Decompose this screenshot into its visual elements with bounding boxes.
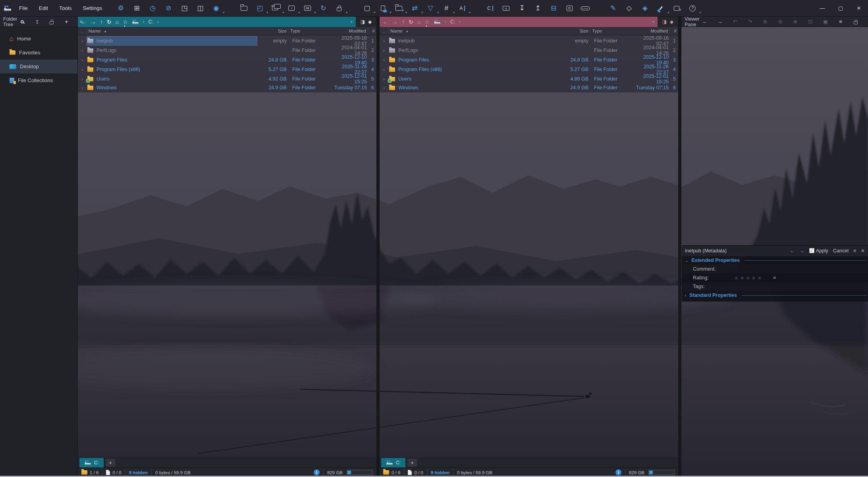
tab-drive-c[interactable]: C: <box>381 458 405 467</box>
viewer-fit-icon[interactable]: ⊡ <box>805 17 816 27</box>
move-files-icon[interactable]: ▾ <box>378 3 388 13</box>
breadcrumb-drive[interactable]: C: <box>450 19 455 25</box>
dropdown-arrow-icon[interactable]: ▾ <box>437 11 439 14</box>
file-row[interactable]: › inetpub empty File Folder 2025-09-16 0… <box>78 35 376 45</box>
rating-field[interactable]: Rating: ★★★★★ ✕ <box>682 273 868 282</box>
column-modified[interactable]: Modified <box>633 29 669 33</box>
menu-file[interactable]: File <box>19 5 28 11</box>
viewer-zoom-reset-icon[interactable]: ⊗ <box>790 17 800 27</box>
recent-window-icon[interactable]: ◷ <box>147 3 158 13</box>
forward-icon[interactable]: → <box>91 19 96 25</box>
column-size[interactable]: Size <box>257 29 288 33</box>
sidebar-item-favorites[interactable]: Favorites <box>0 46 77 60</box>
file-row[interactable]: › Users 4.92 GB File Folder 2025-12-01 1… <box>78 73 376 83</box>
drive-d-icon[interactable]: D <box>564 3 575 13</box>
menu-edit[interactable]: Edit <box>39 5 48 11</box>
breadcrumb-drive[interactable]: C: <box>149 19 153 25</box>
standard-properties-section[interactable]: › Standard Properties <box>682 291 868 300</box>
file-row[interactable]: › Program Files (x86) 5.27 GB File Folde… <box>380 64 678 73</box>
new-tab-button[interactable]: + <box>106 459 115 467</box>
back-icon[interactable]: ← <box>383 19 388 25</box>
expand-chevron-icon[interactable]: › <box>380 77 388 81</box>
dropdown-arrow-icon[interactable]: ▾ <box>314 11 316 14</box>
preview-eye-icon[interactable]: ◉▾ <box>211 3 221 13</box>
dropdown-arrow-icon[interactable]: ▾ <box>346 11 347 14</box>
label-number-icon[interactable]: #▾ <box>441 3 451 13</box>
expand-chevron-icon[interactable]: › <box>380 67 388 72</box>
tree-lock-icon[interactable] <box>46 17 57 27</box>
file-row[interactable]: › Program Files 24.8 GB File Folder 2025… <box>78 54 376 64</box>
expand-chevron-icon[interactable]: › <box>380 58 388 62</box>
view-tiles-icon[interactable]: ⊞ <box>131 3 142 13</box>
refresh-icon[interactable]: ↻ <box>409 19 413 25</box>
viewer-close-icon[interactable]: ✕ <box>866 17 868 27</box>
cancel-button[interactable]: Cancel <box>833 248 849 254</box>
file-row[interactable]: › Program Files (x86) 5.27 GB File Folde… <box>78 64 376 73</box>
tree-close-icon[interactable]: ✕ <box>76 17 86 27</box>
metadata-back-icon[interactable]: ← <box>790 248 795 254</box>
dropdown-arrow-icon[interactable]: ▾ <box>426 25 427 28</box>
column-up[interactable]: .. <box>78 29 87 33</box>
archive-add-icon[interactable]: ↧ <box>517 3 527 13</box>
archive-extract-icon[interactable]: ↥ <box>532 3 543 13</box>
breadcrumb-dropdown-icon[interactable]: ▾ <box>652 19 654 25</box>
expand-chevron-icon[interactable]: › <box>78 58 87 62</box>
file-row[interactable]: › inetpub empty File Folder 2025-09-16 0… <box>380 35 678 45</box>
breadcrumb-dropdown-icon[interactable]: ▾ <box>350 19 353 25</box>
column-name[interactable]: Name▲ <box>388 27 559 35</box>
tag-sync-icon[interactable]: ◈ <box>640 3 650 13</box>
edit-pen-icon[interactable]: ✎ <box>608 3 618 13</box>
minimize-button[interactable]: — <box>813 0 831 17</box>
info-icon[interactable]: i <box>615 469 621 475</box>
viewer-menu-icon[interactable]: ≡ <box>835 17 846 27</box>
pane-swap-icon[interactable]: ◆ <box>368 19 372 25</box>
pane-divider[interactable] <box>376 17 380 477</box>
dropdown-arrow-icon[interactable]: ▾ <box>453 11 455 14</box>
dropdown-arrow-icon[interactable]: ▾ <box>223 11 224 14</box>
column-number[interactable]: # <box>368 27 376 35</box>
viewer-zoom-in-icon[interactable]: ⊕ <box>760 17 770 27</box>
dropdown-arrow-icon[interactable]: ▾ <box>266 11 268 14</box>
info-icon[interactable]: i <box>314 469 320 475</box>
password-icon[interactable]: ••••• <box>580 3 590 13</box>
apply-button[interactable]: ✓ Apply <box>809 248 828 254</box>
dropdown-arrow-icon[interactable]: ▾ <box>469 11 471 14</box>
tree-dropdown-icon[interactable]: ▾ <box>61 17 71 27</box>
menu-tools[interactable]: Tools <box>59 5 72 11</box>
viewer-mode-icon[interactable]: 88▾ <box>302 3 312 13</box>
column-number[interactable]: # <box>669 27 678 35</box>
expand-chevron-icon[interactable]: › <box>78 48 87 53</box>
rating-clear-icon[interactable]: ✕ <box>773 275 776 281</box>
file-row[interactable]: › PerfLogs File Folder 2024-04-01 14:26 … <box>380 45 678 54</box>
expand-chevron-icon[interactable]: › <box>78 85 87 90</box>
column-modified[interactable]: Modified <box>331 29 368 33</box>
viewer-back-icon[interactable]: ← <box>700 17 710 27</box>
rating-stars[interactable]: ★★★★★ <box>734 275 763 281</box>
rename-icon[interactable]: A▾ <box>457 3 467 13</box>
extended-properties-section[interactable]: ⌄ Extended Properties <box>682 256 868 265</box>
column-up[interactable]: .. <box>380 29 388 33</box>
copy-files-icon[interactable]: ▢▾ <box>362 3 372 13</box>
dropdown-arrow-icon[interactable]: ▾ <box>699 11 701 14</box>
settings-gear-icon[interactable]: ⚙ <box>116 3 126 13</box>
sidebar-item-desktop[interactable]: Desktop <box>0 60 77 73</box>
column-size[interactable]: Size <box>559 29 590 33</box>
maximize-button[interactable]: ▢ <box>831 0 850 17</box>
home-icon[interactable]: ⌂ <box>417 19 420 25</box>
metadata-close-icon[interactable]: ✕ <box>861 248 865 254</box>
help-icon[interactable]: ?▾ <box>687 3 698 13</box>
tab-drive-c[interactable]: C: <box>79 458 104 467</box>
viewer-unlock-icon[interactable] <box>851 17 861 27</box>
lock-tabs-icon[interactable]: ▾ <box>334 3 344 13</box>
swap-panes-icon[interactable]: ⇄▾ <box>409 3 420 13</box>
folder-link-icon[interactable] <box>501 3 511 13</box>
expand-chevron-icon[interactable]: › <box>380 38 388 43</box>
dropdown-arrow-icon[interactable]: ▾ <box>282 11 284 14</box>
dropdown-arrow-icon[interactable]: ▾ <box>298 11 300 14</box>
refresh-sync-icon[interactable]: ↻ <box>318 3 328 13</box>
dropdown-arrow-icon[interactable]: ▾ <box>405 11 407 14</box>
column-name[interactable]: Name▲ <box>87 27 257 35</box>
sidebar-item-home[interactable]: ⌂Home <box>0 32 77 46</box>
favorite-star-icon[interactable]: ☆▾ <box>123 19 128 25</box>
open-folder-icon[interactable] <box>239 3 249 13</box>
